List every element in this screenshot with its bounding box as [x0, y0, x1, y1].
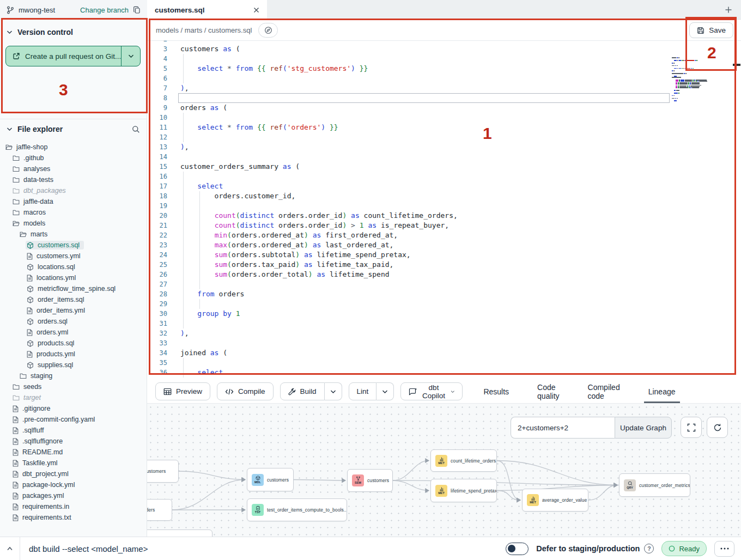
tree-file-supplies.sql[interactable]: supplies.sql [0, 360, 147, 370]
tree-file-orders.yml[interactable]: orders.yml [0, 327, 147, 338]
copilot-dropdown-chevron[interactable] [451, 389, 455, 394]
code-line-7[interactable]: 7), [147, 83, 741, 93]
tree-file-Taskfile.yml[interactable]: Taskfile.yml [0, 458, 147, 468]
code-line-33[interactable]: 33 [147, 338, 741, 348]
tree-file-.gitignore[interactable]: .gitignore [0, 403, 147, 414]
lineage-node-stg_customers[interactable]: stg_customers [147, 460, 179, 483]
code-line-13[interactable]: 13), [147, 142, 741, 152]
code-line-10[interactable]: 10 [147, 113, 741, 123]
tree-file-locations.yml[interactable]: locations.yml [0, 272, 147, 283]
tree-folder-staging[interactable]: staging [0, 370, 147, 381]
create-pr-button[interactable]: Create a pull request on Git... [5, 46, 141, 66]
change-branch-link[interactable]: Change branch [80, 6, 129, 14]
code-line-19[interactable]: 19 [147, 201, 741, 211]
lineage-node-cut_node[interactable] [147, 529, 212, 537]
tree-folder-models[interactable]: models [0, 218, 147, 229]
lineage-node-customers_sem[interactable]: SEMcustomers [347, 469, 393, 492]
lineage-panel[interactable]: stg_customersordersMDLcustomersTSTtest_o… [147, 403, 741, 537]
lineage-node-customer_order_metrics[interactable]: QRYcustomer_order_metrics [619, 473, 690, 497]
compile-button[interactable]: Compile [217, 382, 274, 400]
tree-file-.sqlfluff[interactable]: .sqlfluff [0, 425, 147, 436]
lineage-node-orders[interactable]: orders [147, 499, 172, 521]
tree-folder-marts[interactable]: marts [0, 229, 147, 240]
code-line-30[interactable]: 30 group by 1 [147, 309, 741, 319]
code-line-32[interactable]: 32), [147, 328, 741, 338]
tree-folder-jaffle-shop[interactable]: jaffle-shop [0, 142, 147, 153]
search-icon[interactable] [132, 125, 140, 133]
code-line-12[interactable]: 12 [147, 132, 741, 142]
more-options-button[interactable] [714, 541, 734, 557]
lineage-node-lifetime_spend_pretax[interactable]: METlifetime_spend_pretax [430, 479, 497, 502]
code-line-20[interactable]: 20 count(distinct orders.order_id) as co… [147, 211, 741, 221]
tree-folder-seeds[interactable]: seeds [0, 381, 147, 392]
tree-file-package-lock.yml[interactable]: package-lock.yml [0, 479, 147, 490]
code-line-16[interactable]: 16 [147, 172, 741, 181]
tree-file-packages.yml[interactable]: packages.yml [0, 490, 147, 501]
tree-file-metricflow_time_spine.sql[interactable]: metricflow_time_spine.sql [0, 283, 147, 294]
code-line-11[interactable]: 11 select * from {{ ref('orders') }} [147, 123, 741, 132]
tab-results[interactable]: Results [469, 380, 523, 403]
code-line-27[interactable]: 27 [147, 279, 741, 289]
minimap[interactable] [672, 56, 714, 102]
tree-file-.sqlfluffignore[interactable]: .sqlfluffignore [0, 436, 147, 447]
code-line-17[interactable]: 17 select [147, 181, 741, 191]
fullscreen-button[interactable] [681, 417, 702, 438]
tab-customers-sql[interactable]: customers.sql [147, 0, 267, 20]
tree-file-dbt_project.yml[interactable]: dbt_project.yml [0, 468, 147, 479]
code-line-15[interactable]: 15customer_orders_summary as ( [147, 162, 741, 172]
code-line-26[interactable]: 26 sum(orders.order_total) as lifetime_s… [147, 270, 741, 279]
code-line-29[interactable]: 29 [147, 299, 741, 309]
lineage-node-customers_mdl[interactable]: MDLcustomers [247, 468, 294, 491]
update-graph-button[interactable]: Update Graph [615, 417, 672, 439]
code-line-24[interactable]: 24 sum(orders.subtotal) as lifetime_spen… [147, 250, 741, 260]
tree-file-customers.yml[interactable]: customers.yml [0, 251, 147, 261]
tab-code-quality[interactable]: Code quality [523, 380, 573, 403]
build-button[interactable]: Build [280, 382, 325, 400]
code-line-25[interactable]: 25 sum(orders.tax_paid) as lifetime_tax_… [147, 260, 741, 270]
code-line-5[interactable]: 5 select * from {{ ref('stg_customers') … [147, 64, 741, 74]
code-line-21[interactable]: 21 count(distinct orders.order_id) > 1 a… [147, 221, 741, 230]
code-line-8[interactable]: 8 [147, 93, 741, 103]
version-control-header[interactable]: Version control [0, 26, 147, 38]
lineage-selector-input[interactable] [511, 417, 615, 439]
help-icon[interactable]: ? [644, 544, 654, 553]
tree-folder-macros[interactable]: macros [0, 207, 147, 218]
copilot-compass-button[interactable] [258, 23, 278, 38]
tree-file-products.yml[interactable]: products.yml [0, 349, 147, 360]
defer-toggle[interactable] [506, 543, 529, 555]
tree-file-order_items.sql[interactable]: order_items.sql [0, 294, 147, 305]
code-line-28[interactable]: 28 from orders [147, 289, 741, 299]
dbt-copilot-button[interactable]: dbt Copilot [400, 382, 463, 400]
code-line-9[interactable]: 9orders as ( [147, 103, 741, 113]
lineage-node-count_lifetime_orders[interactable]: METcount_lifetime_orders [430, 449, 497, 472]
tree-file-orders.sql[interactable]: orders.sql [0, 316, 147, 327]
lint-dropdown-chevron[interactable] [376, 382, 394, 400]
tree-file-requirements.in[interactable]: requirements.in [0, 501, 147, 512]
file-explorer-header[interactable]: File explorer [0, 123, 147, 135]
save-button[interactable]: Save [689, 22, 733, 38]
new-tab-button[interactable] [722, 4, 734, 16]
pr-dropdown-chevron[interactable] [121, 46, 140, 66]
code-line-14[interactable]: 14 [147, 152, 741, 162]
close-tab-icon[interactable] [253, 7, 259, 13]
build-dropdown-chevron[interactable] [325, 382, 342, 400]
editor-scrollbar-thumb[interactable] [733, 64, 740, 66]
tree-folder-target[interactable]: target [0, 392, 147, 403]
tree-folder-jaffle-data[interactable]: jaffle-data [0, 196, 147, 207]
preview-button[interactable]: Preview [155, 382, 210, 400]
tree-file-requirements.txt[interactable]: requirements.txt [0, 512, 147, 523]
code-line-4[interactable]: 4 [147, 54, 741, 64]
tree-file-README.md[interactable]: README.md [0, 447, 147, 458]
code-line-36[interactable]: 36 select [147, 368, 741, 378]
code-line-22[interactable]: 22 min(orders.ordered_at) as first_order… [147, 230, 741, 240]
code-line-31[interactable]: 31 [147, 319, 741, 328]
code-line-6[interactable]: 6 [147, 74, 741, 83]
tree-folder-dbt_packages[interactable]: dbt_packages [0, 185, 147, 196]
tree-file-.pre-commit-config.yaml[interactable]: .pre-commit-config.yaml [0, 414, 147, 425]
refresh-button[interactable] [707, 417, 728, 438]
cli-command-input[interactable]: dbt build --select <model_name> [29, 544, 148, 553]
lint-button[interactable]: Lint [349, 382, 377, 400]
tree-folder-.github[interactable]: .github [0, 153, 147, 163]
tree-file-customers.sql[interactable]: customers.sql [0, 240, 147, 251]
code-line-3[interactable]: 3customers as ( [147, 44, 741, 54]
